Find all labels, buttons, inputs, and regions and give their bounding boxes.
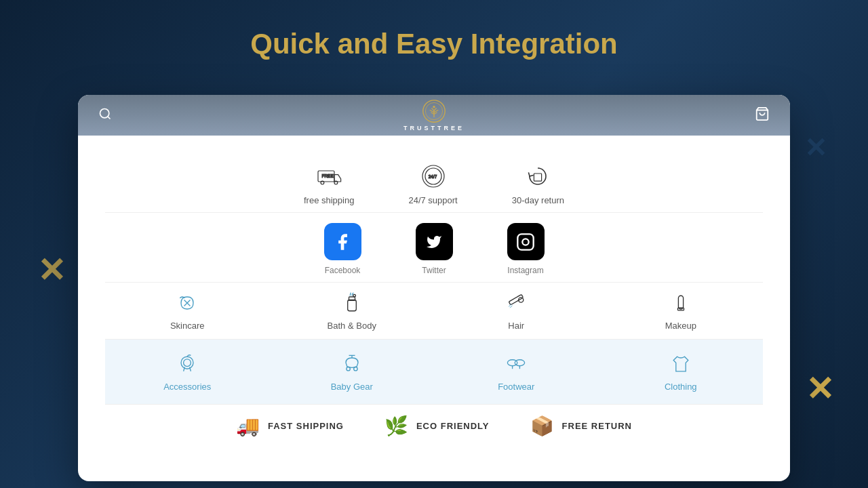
makeup-label: Makeup	[665, 321, 696, 331]
feature-return-label: 30-day return	[512, 195, 564, 205]
bottom-features: 🚚 FAST SHIPPING 🌿 ECO FRIENDLY 📦 FREE RE…	[105, 405, 763, 444]
svg-point-22	[522, 239, 528, 245]
svg-rect-27	[509, 294, 523, 304]
svg-line-1	[108, 116, 111, 119]
category-skincare[interactable]: Skincare	[105, 291, 270, 331]
svg-point-37	[515, 360, 524, 366]
truck-icon: 🚚	[236, 415, 260, 437]
category-hair[interactable]: Hair	[434, 291, 599, 331]
feature-free-shipping: FREE free shipping	[304, 163, 354, 205]
svg-rect-29	[678, 296, 683, 309]
hair-label: Hair	[508, 321, 524, 331]
svg-rect-24	[347, 300, 356, 311]
category-baby-gear[interactable]: Baby Gear	[270, 352, 435, 392]
category-bath-body[interactable]: Bath & Body	[270, 291, 435, 331]
facebook-icon-box	[324, 223, 361, 260]
feature-return: 30-day return	[512, 163, 564, 205]
svg-rect-20	[534, 174, 542, 181]
nav-header: TRUSTTREE	[78, 95, 790, 136]
bottom-free-return: 📦 FREE RETURN	[530, 415, 632, 437]
svg-rect-21	[517, 234, 533, 249]
skincare-label: Skincare	[170, 321, 205, 331]
category-clothing[interactable]: Clothing	[599, 352, 764, 392]
title-part2: Easy Integration	[396, 28, 618, 60]
baby-gear-label: Baby Gear	[331, 382, 373, 392]
category-accessories[interactable]: Accessories	[105, 352, 270, 392]
accessories-label: Accessories	[163, 382, 211, 392]
category-footwear[interactable]: Footwear	[434, 352, 599, 392]
leaf-icon: 🌿	[384, 415, 408, 437]
category-row-1: Skincare Bath & Body Hair	[105, 283, 763, 340]
category-row-2: Accessories Baby Gear	[105, 340, 763, 405]
svg-point-32	[184, 359, 191, 367]
feature-support: 24/7 24/7 support	[408, 163, 457, 205]
instagram-icon-box	[507, 223, 545, 260]
svg-line-9	[431, 108, 434, 111]
feature-free-shipping-label: free shipping	[304, 195, 354, 205]
svg-line-10	[434, 108, 437, 111]
page-title: Quick and Easy Integration	[250, 28, 618, 60]
social-instagram[interactable]: Instagram	[507, 223, 545, 275]
social-row: Facebook Twitter Instagr	[105, 213, 763, 283]
category-makeup[interactable]: Makeup	[599, 291, 764, 331]
features-row: FREE free shipping 24/7 24/7 support 3	[105, 149, 763, 213]
svg-point-33	[347, 367, 350, 371]
svg-point-34	[353, 367, 357, 371]
svg-text:FREE: FREE	[322, 174, 334, 178]
bath-body-label: Bath & Body	[328, 321, 376, 331]
page-title-area: Quick and Easy Integration	[0, 0, 868, 88]
search-icon[interactable]	[98, 107, 112, 124]
nav-logo-text: TRUSTTREE	[403, 125, 465, 131]
bottom-fast-shipping: 🚚 FAST SHIPPING	[236, 415, 344, 437]
fast-shipping-label: FAST SHIPPING	[268, 421, 344, 431]
social-twitter[interactable]: Twitter	[416, 223, 453, 275]
x-mark-left: ✕	[37, 251, 66, 290]
bottom-eco-friendly: 🌿 ECO FRIENDLY	[384, 415, 490, 437]
cart-icon[interactable]	[755, 106, 770, 125]
social-facebook[interactable]: Facebook	[324, 223, 361, 275]
svg-point-31	[181, 357, 193, 369]
svg-text:24/7: 24/7	[428, 174, 437, 179]
x-mark-right-bottom: ✕	[806, 369, 834, 409]
svg-point-0	[100, 108, 109, 117]
content-area: FREE free shipping 24/7 24/7 support 3	[78, 136, 790, 458]
footwear-label: Footwear	[498, 382, 534, 392]
svg-point-11	[433, 106, 435, 108]
clothing-label: Clothing	[665, 382, 697, 392]
nav-logo: TRUSTTREE	[403, 99, 465, 131]
svg-point-26	[353, 294, 356, 297]
twitter-icon-box	[416, 223, 453, 260]
twitter-label: Twitter	[422, 266, 446, 275]
eco-friendly-label: ECO FRIENDLY	[416, 421, 490, 431]
feature-support-label: 24/7 support	[408, 195, 457, 205]
box-return-icon: 📦	[530, 415, 554, 437]
browser-window: TRUSTTREE FREE free shipping	[78, 95, 790, 481]
free-return-label: FREE RETURN	[562, 421, 632, 431]
instagram-label: Instagram	[507, 266, 543, 275]
title-part1: Quick and	[250, 28, 388, 60]
facebook-label: Facebook	[325, 266, 361, 275]
x-mark-right-top: ✕	[804, 132, 827, 163]
